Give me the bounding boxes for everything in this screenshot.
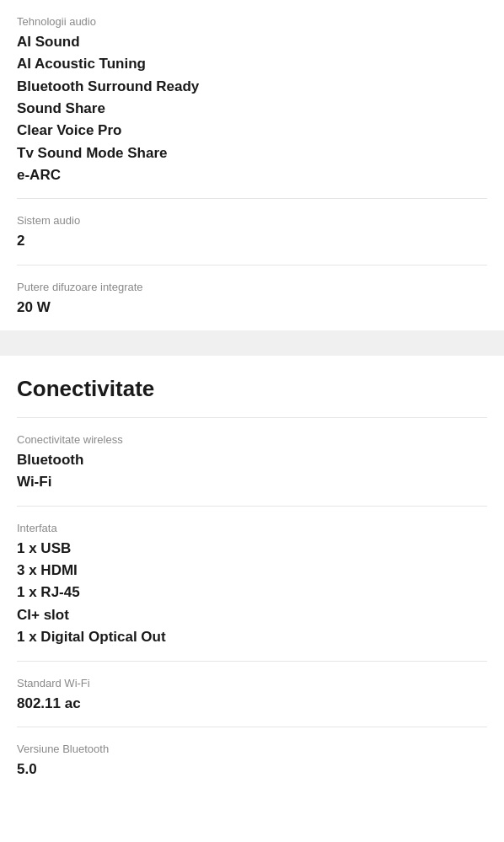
audio-section: Tehnologii audio AI SoundAI Acoustic Tun… (0, 0, 504, 198)
audio-value-item: AI Sound (17, 31, 487, 53)
interfata-values: 1 x USB3 x HDMI1 x RJ-45CI+ slot1 x Digi… (17, 538, 487, 661)
wireless-values: BluetoothWi-Fi (17, 449, 487, 506)
bluetooth-section: Versiune Bluetooth 5.0 (0, 727, 504, 792)
sistem-audio-label: Sistem audio (17, 199, 487, 230)
audio-label: Tehnologii audio (17, 0, 487, 31)
audio-value-item: e-ARC (17, 164, 487, 186)
wifi-label: Standard Wi-Fi (17, 662, 487, 693)
audio-value-item: Tv Sound Mode Share (17, 142, 487, 164)
interfata-value-item: 1 x USB (17, 538, 487, 560)
wifi-values: 802.11 ac (17, 693, 487, 727)
interfata-value-item: 1 x RJ-45 (17, 582, 487, 603)
page-container: Tehnologii audio AI SoundAI Acoustic Tun… (0, 0, 504, 792)
interfata-label: Interfata (17, 507, 487, 538)
putere-value: 20 W (17, 297, 487, 319)
interfata-section: Interfata 1 x USB3 x HDMI1 x RJ-45CI+ sl… (0, 507, 504, 661)
wireless-label: Conectivitate wireless (17, 418, 487, 449)
audio-value-item: Bluetooth Surround Ready (17, 76, 487, 98)
sistem-audio-value: 2 (17, 230, 487, 252)
wireless-value-item: Wi-Fi (17, 471, 487, 493)
interfata-value-item: CI+ slot (17, 604, 487, 626)
interfata-value-item: 1 x Digital Optical Out (17, 626, 487, 648)
putere-label: Putere difuzoare integrate (17, 265, 487, 297)
audio-value-item: AI Acoustic Tuning (17, 53, 487, 75)
putere-section: Putere difuzoare integrate 20 W (0, 265, 504, 330)
interfata-value-item: 3 x HDMI (17, 560, 487, 582)
conectivitate-title: Conectivitate (0, 356, 504, 417)
putere-values: 20 W (17, 297, 487, 330)
audio-values: AI SoundAI Acoustic TuningBluetooth Surr… (17, 31, 487, 198)
audio-value-item: Clear Voice Pro (17, 120, 487, 142)
sistem-audio-section: Sistem audio 2 (0, 199, 504, 264)
sistem-audio-values: 2 (17, 230, 487, 264)
audio-value-item: Sound Share (17, 98, 487, 120)
wifi-section: Standard Wi-Fi 802.11 ac (0, 662, 504, 727)
wireless-section: Conectivitate wireless BluetoothWi-Fi (0, 418, 504, 506)
bluetooth-label: Versiune Bluetooth (17, 727, 487, 759)
wifi-value: 802.11 ac (17, 693, 487, 715)
bluetooth-values: 5.0 (17, 759, 487, 792)
bluetooth-value: 5.0 (17, 759, 487, 780)
wireless-value-item: Bluetooth (17, 449, 487, 471)
gray-separator (0, 330, 504, 356)
